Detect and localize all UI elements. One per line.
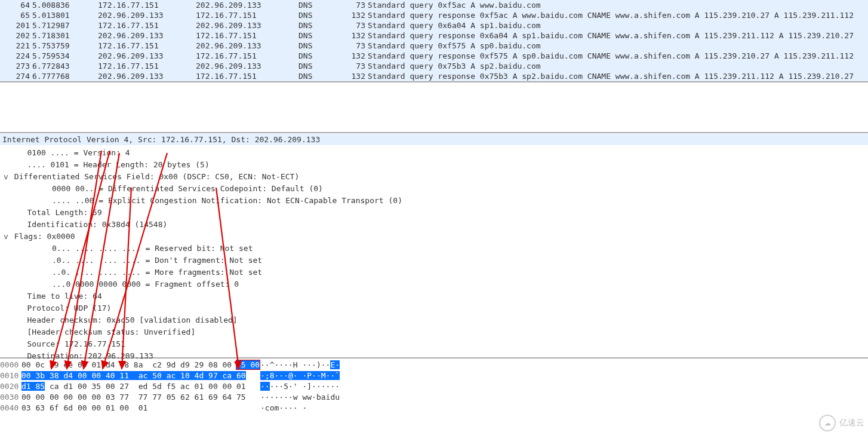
col-destination: 172.16.77.151 [196,72,298,81]
col-info: Standard query response 0x6a04 A sp1.bai… [368,31,868,40]
tree-line[interactable]: Header checksum: 0xac50 [validation disa… [0,314,868,326]
col-length: 73 [341,41,368,50]
hex-offset: 0030 [0,392,21,403]
hex-offset: 0040 [0,403,21,413]
col-destination: 202.96.209.133 [196,62,298,71]
tree-line[interactable]: Destination: 202.96.209.133 [0,350,868,362]
tree-line[interactable]: v Flags: 0x0000 [0,231,868,243]
ipv4-section-header[interactable]: Internet Protocol Version 4, Src: 172.16… [0,134,868,145]
tree-line[interactable]: ..0. .... .... .... = More fragments: No… [0,266,868,278]
col-destination: 172.16.77.151 [196,11,298,20]
hex-bytes: 00 00 00 00 00 00 03 77 77 77 05 62 61 6… [21,392,253,403]
tree-line[interactable]: 0... .... .... .... = Reserved bit: Not … [0,243,868,255]
col-length: 73 [341,1,368,10]
col-length: 132 [341,31,368,40]
col-time: 5.712987 [32,21,98,30]
table-row[interactable]: 2015.712987172.16.77.151202.96.209.133DN… [0,20,868,30]
tree-line[interactable]: 0100 .... = Version: 4 [0,147,868,159]
col-protocol: DNS [298,21,341,30]
table-row[interactable]: 2025.718301202.96.209.133172.16.77.151DN… [0,30,868,41]
hex-offset: 0010 [0,370,21,381]
table-row[interactable]: 2245.759534202.96.209.133172.16.77.151DN… [0,51,868,61]
chevron-down-icon[interactable]: v [2,231,10,243]
hex-dump-pane[interactable]: 000000 0c 29 ee 00 01 d4 78 8a c2 9d d9 … [0,357,868,415]
hex-ascii: ·······w ww·baidu [253,392,340,403]
col-no: 273 [0,62,32,71]
hex-row[interactable]: 003000 00 00 00 00 00 03 77 77 77 05 62 … [0,392,868,403]
col-no: 221 [0,41,32,50]
col-protocol: DNS [298,31,341,40]
hex-row[interactable]: 004003 63 6f 6d 00 00 01 00 01·com···· · [0,403,868,413]
col-info: Standard query 0xf5ac A www.baidu.com [368,1,868,10]
col-no: 202 [0,31,32,40]
col-length: 73 [341,21,368,30]
col-length: 132 [341,72,368,81]
col-protocol: DNS [298,72,341,81]
tree-line[interactable]: Protocol: UDP (17) [0,302,868,314]
col-time: 6.772843 [32,62,98,71]
col-protocol: DNS [298,62,341,71]
col-source: 202.96.209.133 [98,31,196,40]
col-no: 224 [0,51,32,60]
tree-line[interactable]: Source: 172.16.77.151 [0,338,868,350]
col-no: 65 [0,11,32,20]
hex-bytes: 03 63 6f 6d 00 00 01 00 01 [21,403,253,413]
col-length: 132 [341,51,368,60]
hex-ascii: ·com···· · [253,403,307,413]
col-info: Standard query response 0xf575 A sp0.bai… [368,51,868,60]
hex-ascii: ·····5·' ·]······ [253,381,340,392]
col-source: 172.16.77.151 [98,41,196,50]
chevron-down-icon[interactable]: v [2,171,10,183]
hex-row[interactable]: 001000 3b 38 d4 00 00 40 11 ac 50 ac 10 … [0,370,868,381]
table-row[interactable]: 645.008836172.16.77.151202.96.209.133DNS… [0,0,868,10]
col-time: 5.008836 [32,1,98,10]
col-length: 73 [341,62,368,71]
col-no: 64 [0,1,32,10]
hex-offset: 0020 [0,381,21,392]
col-destination: 172.16.77.151 [196,31,298,40]
table-row[interactable]: 2215.753759172.16.77.151202.96.209.133DN… [0,41,868,51]
col-protocol: DNS [298,51,341,60]
col-time: 5.718301 [32,31,98,40]
tree-line[interactable]: [Header checksum status: Unverified] [0,326,868,338]
col-source: 172.16.77.151 [98,62,196,71]
col-destination: 172.16.77.151 [196,51,298,60]
tree-line[interactable]: .0.. .... .... .... = Don't fragment: No… [0,255,868,266]
tree-line[interactable]: .... 0101 = Header Length: 20 bytes (5) [0,159,868,171]
col-source: 202.96.209.133 [98,51,196,60]
blank-area [0,82,868,130]
col-length: 132 [341,11,368,20]
tree-line[interactable]: Time to live: 64 [0,290,868,302]
col-no: 201 [0,21,32,30]
col-destination: 202.96.209.133 [196,1,298,10]
table-row[interactable]: 655.013801202.96.209.133172.16.77.151DNS… [0,10,868,20]
col-time: 5.013801 [32,11,98,20]
col-protocol: DNS [298,41,341,50]
col-time: 6.777768 [32,72,98,81]
tree-line[interactable]: ...0 0000 0000 0000 = Fragment offset: 0 [0,278,868,290]
tree-line[interactable]: Total Length: 59 [0,207,868,219]
packet-list[interactable]: 645.008836172.16.77.151202.96.209.133DNS… [0,0,868,82]
table-row[interactable]: 2736.772843172.16.77.151202.96.209.133DN… [0,61,868,71]
col-destination: 202.96.209.133 [196,21,298,30]
col-source: 172.16.77.151 [98,21,196,30]
col-source: 172.16.77.151 [98,1,196,10]
col-source: 202.96.209.133 [98,11,196,20]
col-no: 274 [0,72,32,81]
tree-line[interactable]: v Differentiated Services Field: 0x00 (D… [0,171,868,183]
tree-line[interactable]: 0000 00.. = Differentiated Services Code… [0,183,868,195]
hex-row[interactable]: 0020d1 85 ca d1 00 35 00 27 ed 5d f5 ac … [0,381,868,392]
col-time: 5.759534 [32,51,98,60]
hex-bytes: d1 85 ca d1 00 35 00 27 ed 5d f5 ac 01 0… [21,381,253,392]
col-info: Standard query 0xf575 A sp0.baidu.com [368,41,868,50]
col-info: Standard query 0x6a04 A sp1.baidu.com [368,21,868,30]
packet-details-tree[interactable]: 0100 .... = Version: 4 .... 0101 = Heade… [0,146,868,357]
col-info: Standard query response 0xf5ac A www.bai… [368,11,868,20]
col-info: Standard query response 0x75b3 A sp2.bai… [368,72,868,81]
hex-bytes: 00 3b 38 d4 00 00 40 11 ac 50 ac 10 4d 9… [21,370,253,381]
table-row[interactable]: 2746.777768202.96.209.133172.16.77.151DN… [0,71,868,81]
col-protocol: DNS [298,1,341,10]
tree-line[interactable]: .... ..00 = Explicit Congestion Notifica… [0,195,868,207]
col-protocol: DNS [298,11,341,20]
tree-line[interactable]: Identification: 0x38d4 (14548) [0,219,868,231]
